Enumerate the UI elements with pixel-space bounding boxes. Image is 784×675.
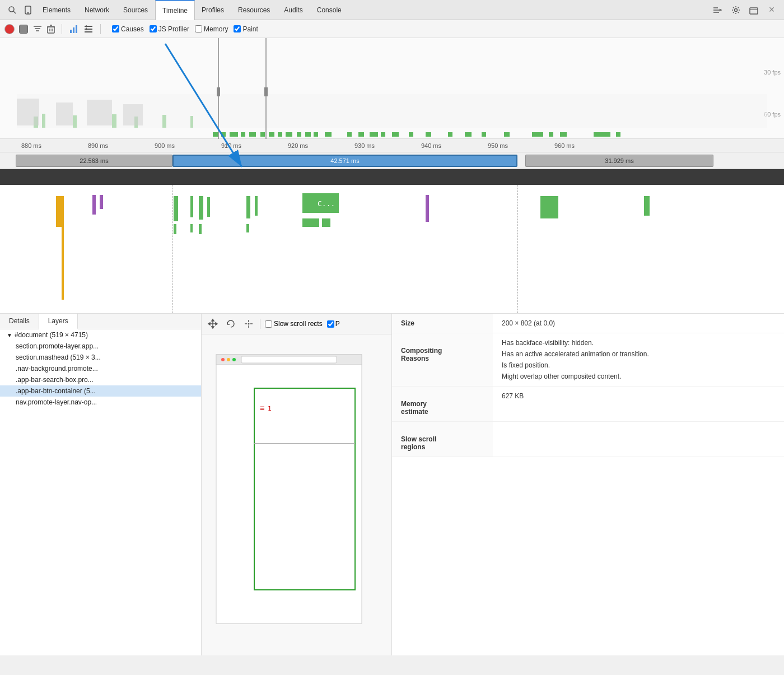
svg-rect-88 (174, 224, 176, 234)
frame-bar-1[interactable]: 42.571 ms (172, 155, 517, 167)
move-tool-icon[interactable] (206, 317, 220, 330)
stack-frames-icon[interactable] (83, 24, 94, 34)
tree-root[interactable]: ▼ #document (519 × 4715) (0, 329, 201, 341)
frame-bar-0[interactable]: 22.563 ms (16, 155, 172, 167)
top-nav: Elements Network Sources Timeline Profil… (0, 0, 784, 20)
layer-diagram-svg: ≡ 1 (211, 343, 379, 640)
slow-scroll-label[interactable]: Slow scroll rects (265, 320, 323, 328)
stop-button[interactable] (19, 25, 28, 34)
size-row: Size 200 × 802 (at 0,0) (392, 314, 784, 333)
causes-checkbox-label[interactable]: Causes (112, 25, 144, 33)
svg-rect-41 (286, 132, 292, 137)
svg-rect-81 (207, 197, 210, 217)
svg-rect-63 (17, 99, 39, 125)
settings-icon[interactable] (728, 2, 744, 18)
svg-rect-82 (246, 196, 250, 218)
panel-tabs: Details Layers (0, 314, 201, 329)
search-icon[interactable] (4, 2, 20, 18)
tab-details[interactable]: Details (0, 314, 39, 329)
paint-checkbox[interactable] (234, 25, 241, 32)
layer-toolbar: Slow scroll rects P (202, 314, 391, 334)
svg-point-101 (221, 358, 225, 361)
svg-rect-79 (190, 196, 193, 217)
svg-point-94 (248, 323, 250, 325)
svg-rect-60 (594, 132, 610, 137)
causes-checkbox[interactable] (112, 25, 119, 32)
nav-sources[interactable]: Sources (116, 0, 155, 20)
nav-resources[interactable]: Resources (231, 0, 277, 20)
svg-rect-48 (370, 132, 378, 137)
svg-rect-75 (92, 195, 96, 215)
svg-rect-43 (305, 132, 311, 137)
nav-audits[interactable]: Audits (277, 0, 310, 20)
tree-item-2[interactable]: .nav-background.promote... (0, 363, 201, 374)
close-icon[interactable]: × (764, 2, 780, 18)
svg-rect-104 (241, 356, 337, 363)
svg-rect-83 (255, 196, 258, 216)
svg-rect-59 (560, 132, 567, 137)
svg-point-0 (9, 7, 14, 12)
svg-rect-64 (56, 103, 73, 125)
toolbar-sep (260, 319, 260, 329)
slow-scroll-value (493, 422, 784, 457)
time-tick-900: 900 ms (155, 142, 175, 149)
time-tick-890: 890 ms (88, 142, 108, 149)
tree-item-1[interactable]: section.masthead (519 × 3... (0, 352, 201, 363)
memory-label: Memory estimate (392, 387, 493, 422)
svg-rect-52 (426, 132, 431, 137)
console-drawer-icon[interactable] (710, 2, 726, 18)
nav-timeline[interactable]: Timeline (155, 0, 195, 20)
svg-rect-47 (358, 132, 364, 137)
svg-rect-68 (217, 87, 220, 96)
svg-text:≡: ≡ (260, 403, 264, 412)
time-tick-880: 880 ms (21, 142, 41, 149)
undock-icon[interactable] (746, 2, 762, 18)
time-tick-940: 940 ms (421, 142, 441, 149)
p-label[interactable]: P (327, 320, 340, 328)
nav-profiles[interactable]: Profiles (195, 0, 231, 20)
tree-item-5[interactable]: nav.promote-layer.nav-op... (0, 397, 201, 408)
rotate-tool-icon[interactable] (224, 317, 237, 330)
timeline-toolbar: Causes JS Profiler Memory Paint (0, 20, 784, 38)
svg-line-1 (13, 11, 16, 13)
size-label: Size (392, 314, 493, 333)
slow-scroll-label: Slow scroll regions (392, 422, 493, 457)
tree-item-4[interactable]: .app-bar-btn-container (5... (0, 385, 201, 397)
svg-rect-42 (297, 132, 301, 137)
svg-rect-13 (48, 27, 54, 33)
svg-rect-39 (269, 132, 274, 137)
svg-rect-87 (644, 196, 650, 216)
slow-scroll-checkbox[interactable] (265, 320, 272, 328)
pan-tool-icon[interactable] (242, 317, 255, 330)
mobile-icon[interactable] (20, 2, 36, 18)
trash-icon[interactable] (47, 25, 55, 34)
svg-rect-74 (62, 227, 64, 300)
compositing-reason-3: Might overlap other composited content. (502, 373, 775, 380)
p-checkbox[interactable] (327, 320, 334, 328)
memory-checkbox[interactable] (195, 25, 202, 32)
time-axis: 880 ms 890 ms 900 ms 910 ms 920 ms 930 m… (0, 139, 784, 152)
frame-bars: 22.563 ms 42.571 ms 31.929 ms (0, 152, 784, 169)
filter-icon[interactable] (32, 24, 43, 34)
svg-point-102 (227, 358, 230, 361)
size-value: 200 × 802 (at 0,0) (493, 314, 784, 333)
frame-bar-2[interactable]: 31.929 ms (525, 155, 713, 167)
js-profiler-checkbox-label[interactable]: JS Profiler (150, 25, 189, 33)
nav-network[interactable]: Network (78, 0, 116, 20)
svg-rect-90 (199, 224, 202, 234)
record-button[interactable] (4, 24, 15, 34)
svg-rect-66 (123, 104, 143, 125)
paint-checkbox-label[interactable]: Paint (234, 25, 258, 33)
memory-checkbox-label[interactable]: Memory (195, 25, 228, 33)
nav-console[interactable]: Console (310, 0, 349, 20)
tree-item-3[interactable]: .app-bar-search-box.pro... (0, 374, 201, 385)
time-tick-930: 930 ms (354, 142, 375, 149)
js-profiler-checkbox[interactable] (150, 25, 157, 32)
svg-rect-38 (260, 132, 265, 137)
tree-item-0[interactable]: section.promote-layer.app... (0, 341, 201, 352)
tab-layers[interactable]: Layers (39, 314, 78, 329)
nav-elements[interactable]: Elements (36, 0, 78, 20)
bar-chart-icon[interactable] (69, 24, 79, 34)
svg-rect-46 (347, 132, 352, 137)
checkbox-group: Causes JS Profiler Memory Paint (112, 25, 258, 33)
